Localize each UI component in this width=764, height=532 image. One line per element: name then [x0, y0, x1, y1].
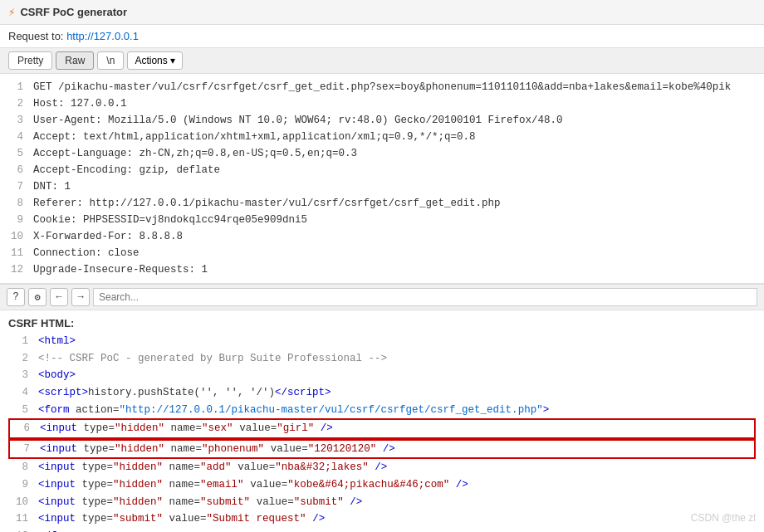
line-text: User-Agent: Mozilla/5.0 (Windows NT 10.0…: [33, 112, 563, 129]
html-line-text: <input type="hidden" name="submit" value…: [38, 494, 362, 511]
line-text: Cookie: PHPSESSID=vj8ndokqlcc94rqe05e909…: [33, 212, 307, 228]
help-icon[interactable]: ?: [7, 288, 25, 306]
html-line-text: <input type="hidden" name="phonenum" val…: [40, 441, 395, 458]
line-number: 9: [7, 212, 23, 228]
raw-request-panel: 1GET /pikachu-master/vul/csrf/csrfget/cs…: [0, 74, 764, 284]
line-text: X-Forwarded-For: 8.8.8.8: [33, 228, 183, 245]
line-number: 11: [7, 245, 23, 261]
line-text: DNT: 1: [33, 178, 71, 195]
actions-button[interactable]: Actions ▾: [127, 51, 182, 70]
html-line-number: 10: [12, 494, 28, 511]
html-code-block: 1<html>2 <!-- CSRF PoC - generated by Bu…: [8, 333, 756, 532]
html-line-text: <input type="hidden" name="email" value=…: [38, 476, 468, 494]
html-code-line: 8 <input type="hidden" name="add" value=…: [8, 459, 756, 476]
csrf-section: CSRF HTML: 1<html>2 <!-- CSRF PoC - gene…: [0, 310, 764, 532]
html-line-number: 12: [12, 528, 28, 532]
html-code-line: 11 <input type="submit" value="Submit re…: [8, 510, 756, 528]
raw-line: 6Accept-Encoding: gzip, deflate: [0, 162, 764, 178]
html-line-number: 3: [12, 367, 28, 384]
raw-line: 7DNT: 1: [0, 178, 764, 195]
html-line-number: 11: [12, 510, 28, 528]
line-text: Accept-Language: zh-CN,zh;q=0.8,en-US;q=…: [33, 145, 357, 162]
line-number: 10: [7, 228, 23, 245]
line-text: Accept: text/html,application/xhtml+xml,…: [33, 129, 476, 145]
line-text: Connection: close: [33, 245, 140, 261]
lightning-icon: ⚡: [8, 5, 15, 19]
html-line-text: <form action="http://127.0.0.1/pikachu-m…: [38, 402, 549, 419]
line-number: 8: [7, 195, 23, 212]
html-code-line: 4 <script>history.pushState('', '', '/')…: [8, 384, 756, 402]
forward-icon[interactable]: →: [71, 288, 90, 306]
html-code-line: 7 <input type="hidden" name="phonenum" v…: [8, 439, 756, 460]
watermark: CSDN @the zl: [691, 512, 756, 524]
html-line-text: <input type="hidden" name="add" value="n…: [38, 459, 387, 476]
line-text: Host: 127.0.0.1: [33, 95, 127, 112]
raw-line: 4Accept: text/html,application/xhtml+xml…: [0, 129, 764, 145]
line-text: Referer: http://127.0.0.1/pikachu-master…: [33, 195, 501, 212]
html-line-number: 9: [12, 476, 28, 494]
line-text: GET /pikachu-master/vul/csrf/csrfget/csr…: [33, 79, 731, 95]
html-line-text: <!-- CSRF PoC - generated by Burp Suite …: [38, 350, 387, 368]
line-number: 3: [7, 112, 23, 129]
html-line-number: 1: [12, 333, 28, 350]
line-number: 2: [7, 95, 23, 112]
raw-line: 8Referer: http://127.0.0.1/pikachu-maste…: [0, 195, 764, 212]
pretty-button[interactable]: Pretty: [8, 51, 52, 70]
html-code-line: 9 <input type="hidden" name="email" valu…: [8, 476, 756, 494]
html-code-line: 1<html>: [8, 333, 756, 350]
html-code-line: 10 <input type="hidden" name="submit" va…: [8, 494, 756, 511]
raw-line: 5Accept-Language: zh-CN,zh;q=0.8,en-US;q…: [0, 145, 764, 162]
html-line-number: 8: [12, 459, 28, 476]
request-to-url[interactable]: http://127.0.0.1: [66, 30, 139, 42]
html-line-text: <script>history.pushState('', '', '/')</…: [38, 384, 331, 402]
line-number: 1: [7, 79, 23, 95]
actions-label: Actions: [135, 55, 167, 66]
line-number: 6: [7, 162, 23, 178]
raw-button[interactable]: Raw: [56, 51, 94, 70]
header-bar: ⚡ CSRF PoC generator: [0, 0, 764, 25]
html-code-line: 2 <!-- CSRF PoC - generated by Burp Suit…: [8, 350, 756, 368]
html-line-number: 7: [13, 441, 30, 458]
main-toolbar: Pretty Raw \n Actions ▾: [0, 47, 764, 74]
raw-line: 11Connection: close: [0, 245, 764, 261]
raw-line: 3User-Agent: Mozilla/5.0 (Windows NT 10.…: [0, 112, 764, 129]
newline-button[interactable]: \n: [97, 51, 124, 70]
html-line-text: <body>: [38, 367, 76, 384]
chevron-down-icon: ▾: [170, 55, 175, 66]
raw-line: 10X-Forwarded-For: 8.8.8.8: [0, 228, 764, 245]
html-line-text: <html>: [38, 333, 76, 350]
raw-line: 9Cookie: PHPSESSID=vj8ndokqlcc94rqe05e90…: [0, 212, 764, 228]
html-line-text: <input type="hidden" name="sex" value="g…: [40, 420, 333, 437]
line-number: 4: [7, 129, 23, 145]
html-code-line: 5 <form action="http://127.0.0.1/pikachu…: [8, 402, 756, 419]
html-code-line: 3 <body>: [8, 367, 756, 384]
raw-line: 2Host: 127.0.0.1: [0, 95, 764, 112]
line-number: 7: [7, 178, 23, 195]
html-code-line: 12 </form>: [8, 528, 756, 532]
raw-line: 1GET /pikachu-master/vul/csrf/csrfget/cs…: [0, 79, 764, 95]
html-line-text: <input type="submit" value="Submit reque…: [38, 510, 325, 528]
line-text: Upgrade-Insecure-Requests: 1: [33, 261, 208, 278]
html-line-number: 2: [12, 350, 28, 368]
request-to-bar: Request to: http://127.0.0.1: [0, 25, 764, 47]
settings-icon[interactable]: ⚙: [28, 288, 47, 306]
request-to-label: Request to:: [8, 30, 64, 42]
raw-line: 12Upgrade-Insecure-Requests: 1: [0, 261, 764, 278]
html-line-number: 6: [13, 420, 30, 437]
html-line-text: </form>: [38, 528, 82, 532]
html-code-line: 6 <input type="hidden" name="sex" value=…: [8, 418, 756, 439]
html-line-number: 5: [12, 402, 28, 419]
back-icon[interactable]: ←: [50, 288, 68, 306]
line-number: 5: [7, 145, 23, 162]
search-input[interactable]: [93, 288, 757, 306]
csrf-section-label: CSRF HTML:: [8, 317, 756, 329]
html-line-number: 4: [12, 384, 28, 402]
app-title: CSRF PoC generator: [20, 6, 127, 18]
search-toolbar: ? ⚙ ← →: [0, 284, 764, 310]
line-text: Accept-Encoding: gzip, deflate: [33, 162, 220, 178]
line-number: 12: [7, 261, 23, 278]
